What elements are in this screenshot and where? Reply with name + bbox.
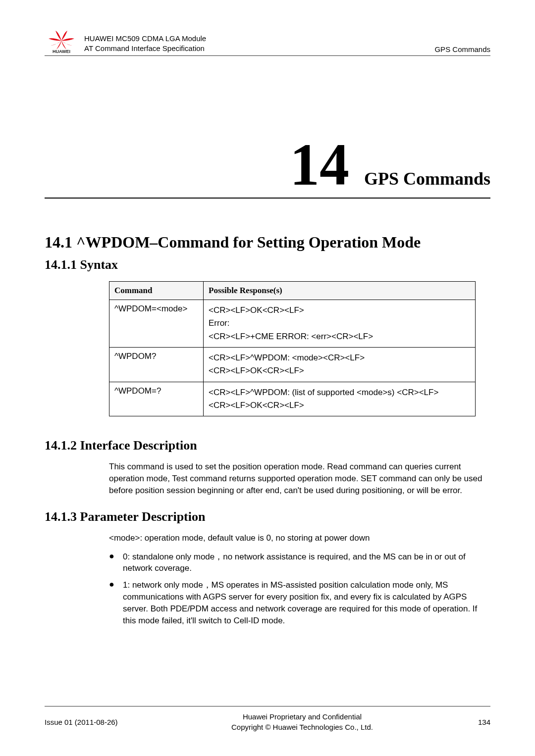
page-header: HUAWEI HUAWEI MC509 CDMA LGA Module AT C…	[45, 30, 490, 56]
list-item: ● 0: standalone only mode，no network ass…	[109, 551, 490, 575]
th-response: Possible Response(s)	[204, 282, 476, 300]
bullet-icon: ●	[109, 579, 123, 626]
header-title-line1: HUAWEI MC509 CDMA LGA Module	[84, 34, 434, 44]
resp-cell: <CR><LF>^WPDOM: <mode><CR><LF> <CR><LF>O…	[204, 348, 476, 382]
resp-line: <CR><LF>OK<CR><LF>	[209, 304, 470, 317]
bullet-text: 1: network only mode，MS operates in MS-a…	[123, 579, 490, 626]
logo-text: HUAWEI	[53, 49, 70, 53]
table-row: ^WPDOM=<mode> <CR><LF>OK<CR><LF> Error: …	[109, 300, 476, 348]
cmd-cell: ^WPDOM?	[109, 348, 204, 382]
table-row: ^WPDOM? <CR><LF>^WPDOM: <mode><CR><LF> <…	[109, 348, 476, 382]
parameter-desc-heading: 14.1.3 Parameter Description	[45, 509, 490, 524]
resp-line: <CR><LF>OK<CR><LF>	[209, 364, 470, 377]
parameter-intro: <mode>: operation mode, default value is…	[109, 532, 490, 544]
resp-line: <CR><LF>^WPDOM: (list of supported <mode…	[209, 386, 470, 399]
resp-cell: <CR><LF>^WPDOM: (list of supported <mode…	[204, 382, 476, 416]
resp-line: <CR><LF>OK<CR><LF>	[209, 399, 470, 412]
chapter-heading: 14 GPS Commands	[45, 135, 490, 199]
interface-desc-heading: 14.1.2 Interface Description	[45, 438, 490, 453]
footer-proprietary: Huawei Proprietary and Confidential	[154, 711, 451, 722]
resp-line: <CR><LF>^WPDOM: <mode><CR><LF>	[209, 352, 470, 364]
header-section-name: GPS Commands	[434, 45, 490, 53]
th-command: Command	[109, 282, 204, 300]
header-title: HUAWEI MC509 CDMA LGA Module AT Command …	[84, 34, 434, 54]
resp-line: Error:	[209, 317, 470, 330]
chapter-title: GPS Commands	[364, 168, 490, 194]
bullet-text: 0: standalone only mode，no network assis…	[123, 551, 490, 575]
parameter-bullet-list: ● 0: standalone only mode，no network ass…	[109, 551, 490, 627]
footer-copyright: Copyright © Huawei Technologies Co., Ltd…	[154, 722, 451, 732]
chapter-number: 14	[290, 135, 349, 195]
cmd-cell: ^WPDOM=<mode>	[109, 300, 204, 348]
list-item: ● 1: network only mode，MS operates in MS…	[109, 579, 490, 626]
huawei-flower-icon: HUAWEI	[45, 30, 78, 53]
syntax-table: Command Possible Response(s) ^WPDOM=<mod…	[109, 281, 476, 416]
table-row: ^WPDOM=? <CR><LF>^WPDOM: (list of suppor…	[109, 382, 476, 416]
bullet-icon: ●	[109, 551, 123, 575]
section-heading: 14.1 ^WPDOM–Command for Setting Operatio…	[45, 233, 490, 252]
page-footer: Issue 01 (2011-08-26) Huawei Proprietary…	[45, 706, 490, 732]
resp-cell: <CR><LF>OK<CR><LF> Error: <CR><LF>+CME E…	[204, 300, 476, 348]
table-header-row: Command Possible Response(s)	[109, 282, 476, 300]
footer-page-number: 134	[451, 718, 490, 726]
cmd-cell: ^WPDOM=?	[109, 382, 204, 416]
resp-line: <CR><LF>+CME ERROR: <err><CR><LF>	[209, 330, 470, 343]
footer-issue: Issue 01 (2011-08-26)	[45, 718, 154, 726]
syntax-heading: 14.1.1 Syntax	[45, 257, 490, 272]
interface-desc-para: This command is used to set the position…	[109, 461, 490, 496]
footer-center: Huawei Proprietary and Confidential Copy…	[154, 711, 451, 732]
header-title-line2: AT Command Interface Specification	[84, 44, 434, 53]
huawei-logo: HUAWEI	[45, 30, 78, 53]
